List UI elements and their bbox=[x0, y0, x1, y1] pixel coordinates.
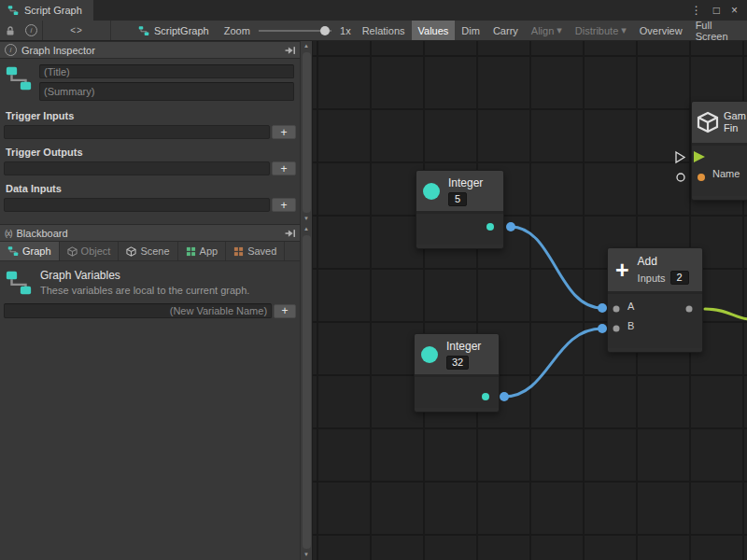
trigger-outputs-label: Trigger Outputs bbox=[0, 139, 300, 161]
graph-asset-name: ScriptGraph bbox=[154, 25, 209, 36]
window-menu-icon[interactable]: ⋮ bbox=[691, 5, 702, 16]
zoom-slider-handle[interactable] bbox=[320, 26, 330, 35]
tab-app[interactable]: App bbox=[178, 242, 227, 260]
data-inputs-list: + bbox=[0, 198, 300, 212]
plus-icon: + bbox=[282, 305, 289, 316]
wire-endpoint[interactable] bbox=[598, 303, 607, 313]
dim-button[interactable]: Dim bbox=[455, 21, 486, 40]
object-tab-icon bbox=[67, 246, 78, 257]
node-port-area: Name bbox=[692, 146, 747, 196]
blackboard-header: (x) Blackboard bbox=[0, 224, 300, 242]
tab-graph-label: Graph bbox=[22, 245, 51, 257]
window-tab-script-graph[interactable]: Script Graph bbox=[0, 0, 93, 21]
blackboard-scrollbar[interactable]: ▲ ▼ bbox=[300, 224, 312, 560]
wire-endpoint[interactable] bbox=[500, 392, 509, 401]
code-icon: <> bbox=[70, 25, 83, 35]
inspector-scrollbar[interactable]: ▲ ▼ bbox=[300, 41, 312, 224]
script-graph-window: Script Graph ⋮ □ × i <> ScriptGraph Zoom bbox=[0, 0, 747, 560]
window-close-icon[interactable]: × bbox=[731, 5, 738, 16]
dock-window-icon[interactable] bbox=[285, 45, 295, 55]
scrollbar-thumb[interactable] bbox=[303, 235, 311, 549]
node-integer-32[interactable]: Integer 32 bbox=[414, 333, 500, 413]
zoom-value: 1x bbox=[335, 21, 356, 40]
node-integer-5[interactable]: Integer 5 bbox=[416, 170, 504, 249]
overview-button[interactable]: Overview bbox=[633, 21, 689, 40]
info-icon-glyph: i bbox=[10, 46, 12, 54]
graph-info-button[interactable]: i bbox=[21, 21, 42, 40]
add-variable-button[interactable]: + bbox=[274, 304, 296, 318]
node-add[interactable]: + Add Inputs 2 A B bbox=[607, 247, 703, 353]
values-button[interactable]: Values bbox=[412, 21, 456, 40]
graph-title-input[interactable] bbox=[39, 64, 294, 78]
tab-graph[interactable]: Graph bbox=[0, 242, 60, 260]
full-screen-button[interactable]: Full Screen bbox=[689, 21, 747, 40]
graph-variables-section: Graph Variables These variables are loca… bbox=[0, 261, 300, 301]
relations-button[interactable]: Relations bbox=[356, 21, 412, 40]
wire-endpoint[interactable] bbox=[506, 222, 515, 231]
scroll-down-icon[interactable]: ▼ bbox=[303, 551, 309, 559]
port-b-label: B bbox=[627, 320, 634, 332]
tab-object[interactable]: Object bbox=[60, 242, 120, 260]
chevron-down-icon: ▾ bbox=[621, 24, 627, 36]
plus-icon: + bbox=[280, 163, 287, 175]
graph-variables-subtitle: These variables are local to the current… bbox=[40, 285, 249, 296]
dock-window-icon[interactable] bbox=[285, 228, 295, 238]
distribute-dropdown[interactable]: Distribute ▾ bbox=[569, 21, 633, 40]
add-trigger-output-button[interactable]: + bbox=[272, 161, 296, 175]
dim-label: Dim bbox=[461, 25, 480, 36]
script-graph-icon bbox=[7, 5, 19, 16]
wire-integer5-to-add-a[interactable] bbox=[511, 227, 602, 308]
new-variable-input[interactable] bbox=[4, 303, 272, 318]
window-maximize-icon[interactable]: □ bbox=[713, 5, 720, 16]
empty-list bbox=[4, 125, 270, 139]
lock-button[interactable] bbox=[0, 21, 21, 40]
zoom-slider[interactable] bbox=[259, 30, 331, 32]
inputs-count-field[interactable]: 2 bbox=[670, 271, 689, 285]
full-screen-label: Full Screen bbox=[696, 20, 740, 42]
wire-integer32-to-add-b[interactable] bbox=[504, 329, 602, 397]
graph-asset-label: ScriptGraph bbox=[134, 21, 214, 40]
saved-tab-icon bbox=[233, 246, 244, 257]
port-find-invoke-arrow-icon[interactable] bbox=[676, 152, 684, 162]
tab-saved[interactable]: Saved bbox=[226, 242, 285, 260]
trigger-outputs-list: + bbox=[0, 161, 300, 175]
wire-endpoint[interactable] bbox=[598, 324, 607, 333]
graph-inspector-title: Graph Inspector bbox=[21, 45, 95, 56]
trigger-inputs-label: Trigger Inputs bbox=[0, 103, 300, 125]
carry-label: Carry bbox=[493, 25, 518, 36]
add-data-input-button[interactable]: + bbox=[272, 198, 296, 212]
app-tab-icon bbox=[186, 246, 196, 257]
tab-scene-label: Scene bbox=[140, 245, 169, 257]
add-trigger-input-button[interactable]: + bbox=[272, 125, 296, 139]
add-node-icon: + bbox=[615, 260, 629, 279]
graph-summary-input[interactable] bbox=[39, 82, 294, 101]
tab-object-label: Object bbox=[81, 245, 111, 257]
tab-app-label: App bbox=[200, 245, 218, 257]
info-icon: i bbox=[25, 24, 37, 36]
empty-list bbox=[4, 198, 270, 212]
align-dropdown[interactable]: Align ▾ bbox=[525, 21, 569, 40]
node-title-line1: Gam bbox=[724, 110, 746, 122]
graph-inspector-header: i Graph Inspector bbox=[0, 41, 300, 59]
chevron-down-icon: ▾ bbox=[557, 24, 562, 36]
inputs-label: Inputs bbox=[638, 273, 666, 284]
tab-scene[interactable]: Scene bbox=[119, 242, 177, 260]
graph-canvas[interactable]: Integer 5 Integer 32 + bbox=[313, 41, 747, 560]
integer-value-field[interactable]: 32 bbox=[446, 356, 469, 370]
scroll-up-icon[interactable]: ▲ bbox=[303, 225, 309, 233]
wire-add-result-offscreen[interactable] bbox=[705, 309, 747, 319]
node-header: Integer 5 bbox=[416, 171, 503, 214]
port-find-value-input[interactable] bbox=[677, 174, 684, 181]
graph-toolbar: i <> ScriptGraph Zoom 1x Relations Value… bbox=[0, 21, 747, 41]
graph-tab-icon bbox=[7, 245, 19, 257]
window-controls: ⋮ □ × bbox=[691, 0, 747, 21]
scroll-down-icon[interactable]: ▼ bbox=[303, 215, 309, 223]
integer-value-field[interactable]: 5 bbox=[448, 192, 467, 206]
integer-literal-icon bbox=[420, 345, 439, 364]
edit-source-button[interactable]: <> bbox=[42, 21, 111, 40]
blackboard-panel: (x) Blackboard Graph Object bbox=[0, 224, 312, 560]
scrollbar-thumb[interactable] bbox=[303, 52, 311, 213]
node-find-partial[interactable]: Gam Fin Name bbox=[691, 101, 747, 201]
carry-button[interactable]: Carry bbox=[486, 21, 525, 40]
scroll-up-icon[interactable]: ▲ bbox=[303, 42, 309, 50]
